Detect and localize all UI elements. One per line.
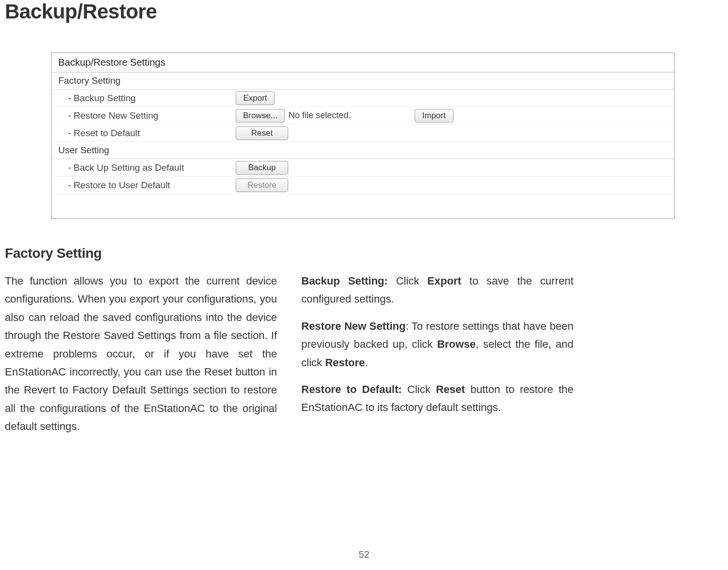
file-status-text: No file selected. (289, 110, 413, 121)
user-section-header: User Setting (52, 142, 674, 159)
intro-paragraph: The function allows you to export the cu… (5, 272, 277, 436)
export-bold: Export (427, 275, 461, 287)
restore-user-row: - Restore to User Default Restore (52, 177, 674, 194)
backup-setting-row: - Backup Setting Export (52, 89, 674, 107)
backup-setting-paragraph: Backup Setting: Click Export to save the… (301, 272, 573, 308)
reset-bold: Reset (436, 383, 465, 395)
factory-section-header: Factory Setting (52, 72, 674, 89)
column-right: Backup Setting: Click Export to save the… (301, 272, 573, 445)
reset-button[interactable]: Reset (236, 126, 288, 140)
backup-setting-label: - Backup Setting (68, 93, 236, 104)
restore-user-label: - Restore to User Default (68, 180, 236, 191)
browse-button[interactable]: Browse... (236, 109, 285, 123)
reset-default-row: - Reset to Default Reset (52, 125, 674, 142)
restore-default-paragraph: Restore to Default: Click Reset button t… (301, 380, 573, 417)
restore-button[interactable]: Restore (236, 178, 288, 192)
browse-bold: Browse (437, 338, 475, 350)
panel-header: Backup/Restore Settings (52, 53, 674, 72)
import-button[interactable]: Import (415, 109, 453, 123)
restore-new-row: - Restore New Setting Browse... No file … (52, 107, 674, 125)
restore-new-bold: Restore New Setting (301, 320, 406, 332)
backup-restore-panel: Backup/Restore Settings Factory Setting … (51, 53, 675, 219)
factory-setting-subtitle: Factory Setting (5, 246, 723, 261)
page-title: Backup/Restore (5, 0, 723, 23)
backup-setting-bold: Backup Setting: (301, 275, 388, 287)
panel-footer (52, 194, 674, 218)
page-number: 52 (0, 549, 728, 560)
restore-new-label: - Restore New Setting (68, 110, 236, 121)
export-button[interactable]: Export (236, 91, 275, 105)
content-columns: The function allows you to export the cu… (5, 272, 723, 445)
backup-default-row: - Back Up Setting as Default Backup (52, 159, 674, 177)
restore-default-bold: Restore to Default: (301, 383, 402, 395)
restore-new-paragraph: Restore New Setting: To restore settings… (301, 317, 573, 372)
restore-bold: Restore (325, 356, 365, 369)
reset-default-label: - Reset to Default (68, 128, 236, 139)
backup-default-label: - Back Up Setting as Default (68, 162, 236, 173)
backup-button[interactable]: Backup (236, 161, 288, 175)
column-left: The function allows you to export the cu… (5, 272, 277, 445)
